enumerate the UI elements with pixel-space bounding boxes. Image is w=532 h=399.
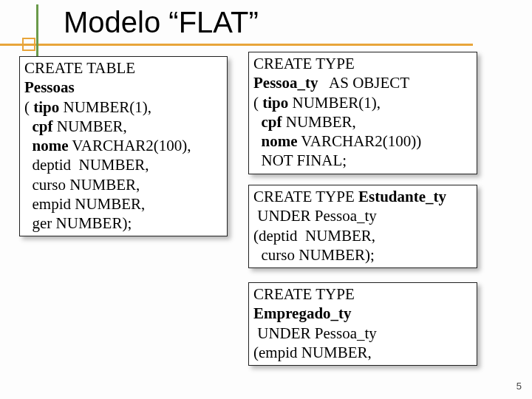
title-area: Modelo “FLAT” xyxy=(0,4,532,45)
code-line: ( tipo NUMBER(1), xyxy=(253,93,472,112)
code-line: Empregado_ty xyxy=(253,304,472,323)
code-line: ( tipo NUMBER(1), xyxy=(24,98,222,117)
bullet-square-icon xyxy=(22,38,35,51)
code-line: Pessoa_ty AS OBJECT xyxy=(253,73,472,92)
code-create-type-estudante: CREATE TYPE Estudante_ty UNDER Pessoa_ty… xyxy=(248,185,477,268)
code-create-type-empregado: CREATE TYPE Empregado_ty UNDER Pessoa_ty… xyxy=(248,282,477,366)
code-line: CREATE TYPE Estudante_ty xyxy=(253,187,472,206)
code-create-table-pessoas: CREATE TABLE Pessoas ( tipo NUMBER(1), c… xyxy=(19,56,228,236)
code-line: deptid NUMBER, xyxy=(24,155,222,174)
code-line: curso NUMBER); xyxy=(253,245,472,265)
code-line: (empid NUMBER, xyxy=(253,343,472,362)
code-line: CREATE TYPE xyxy=(253,54,472,73)
code-line: UNDER Pessoa_ty xyxy=(253,206,472,225)
code-line: cpf NUMBER, xyxy=(253,112,472,132)
code-line: empid NUMBER, xyxy=(24,194,222,214)
code-line: Pessoas xyxy=(24,78,222,97)
code-line: UNDER Pessoa_ty xyxy=(253,324,472,343)
slide-title: Modelo “FLAT” xyxy=(0,4,532,45)
code-line: cpf NUMBER, xyxy=(24,117,222,136)
page-number: 5 xyxy=(516,381,522,392)
code-line: NOT FINAL; xyxy=(253,151,472,170)
code-line: nome VARCHAR2(100)) xyxy=(253,132,472,151)
code-line: nome VARCHAR2(100), xyxy=(24,136,222,155)
code-line: (deptid NUMBER, xyxy=(253,226,472,245)
code-create-type-pessoa: CREATE TYPE Pessoa_ty AS OBJECT ( tipo N… xyxy=(248,52,477,174)
code-line: CREATE TABLE xyxy=(24,58,222,78)
code-line: CREATE TYPE xyxy=(253,284,472,304)
code-line: curso NUMBER, xyxy=(24,175,222,194)
code-line: ger NUMBER); xyxy=(24,214,222,233)
horizontal-rule xyxy=(0,44,473,46)
